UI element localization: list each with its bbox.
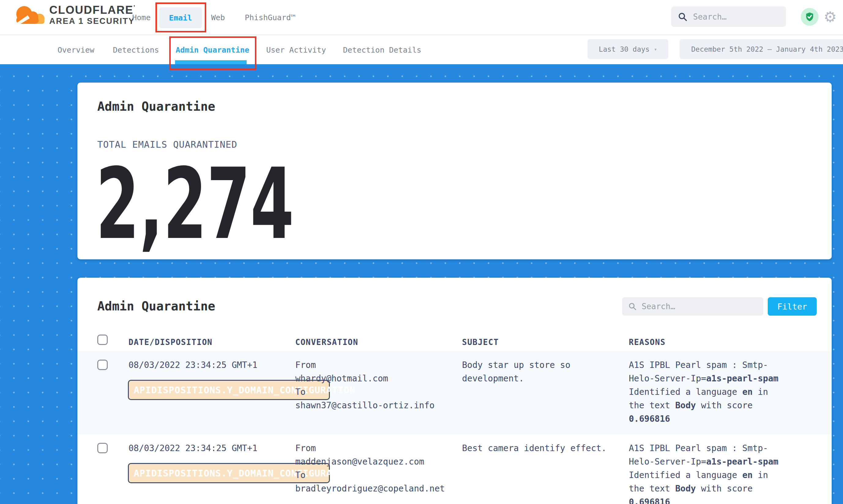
summary-card-title: Admin Quarantine bbox=[97, 100, 215, 113]
table-search[interactable] bbox=[622, 297, 763, 316]
row-subject: Best camera identify effect. bbox=[462, 442, 612, 455]
total-quarantined-value: 2,274 bbox=[96, 155, 294, 253]
from-address: maddenjason@velazquez.com bbox=[295, 455, 467, 469]
from-label: From bbox=[295, 358, 467, 372]
table-search-input[interactable] bbox=[642, 302, 746, 311]
cloudflare-cloud-icon bbox=[11, 3, 47, 27]
date-range-label: Last 30 days bbox=[599, 45, 650, 53]
date-range-value[interactable]: December 5th 2022 — January 4th 2023 bbox=[680, 39, 843, 59]
tab-detection-details[interactable]: Detection Details bbox=[343, 46, 421, 54]
tab-admin-quarantine[interactable]: Admin Quarantine bbox=[176, 46, 249, 54]
nav-web[interactable]: Web bbox=[211, 13, 225, 22]
to-label: To bbox=[295, 385, 467, 399]
tab-overview[interactable]: Overview bbox=[57, 46, 94, 54]
row-conversation: From whardy@hotmail.com To shawn37@casti… bbox=[295, 358, 467, 412]
to-address: bradleyrodriguez@copeland.net bbox=[295, 482, 467, 496]
select-all-checkbox[interactable] bbox=[97, 335, 108, 345]
column-header-reasons: REASONS bbox=[629, 338, 666, 347]
active-tab-underline bbox=[175, 60, 247, 64]
nav-home[interactable]: Home bbox=[132, 13, 151, 22]
row-conversation: From maddenjason@velazquez.com To bradle… bbox=[295, 442, 467, 496]
column-header-date-disposition: DATE/DISPOSITION bbox=[128, 338, 212, 347]
global-search-input[interactable] bbox=[693, 12, 773, 21]
row-date: 08/03/2022 23:34:25 GMT+1 bbox=[128, 442, 257, 455]
chevron-down-icon: ▾ bbox=[654, 46, 657, 52]
tab-user-activity[interactable]: User Activity bbox=[266, 46, 326, 54]
column-header-subject: SUBJECT bbox=[462, 338, 499, 347]
table-card-title: Admin Quarantine bbox=[97, 299, 215, 313]
filter-button[interactable]: Filter bbox=[768, 297, 817, 316]
global-search[interactable] bbox=[671, 6, 786, 27]
date-range-text: December 5th 2022 — January 4th 2023 bbox=[691, 45, 843, 53]
logo-text: CLOUDFLARE’ AREA 1 SECURITY bbox=[49, 4, 136, 26]
row-date: 08/03/2022 23:34:25 GMT+1 bbox=[128, 358, 257, 372]
brand-name: CLOUDFLARE bbox=[49, 4, 134, 16]
shield-check-icon bbox=[805, 12, 815, 22]
column-header-conversation: CONVERSATION bbox=[295, 338, 358, 347]
to-address: shawn37@castillo-ortiz.info bbox=[295, 399, 467, 412]
nav-phishguard[interactable]: PhishGuard™ bbox=[245, 13, 296, 22]
table-row: 08/03/2022 23:34:25 GMT+1 APIDISPOSITION… bbox=[77, 434, 832, 504]
gear-icon[interactable]: ⚙ bbox=[823, 9, 838, 24]
page-background: Admin Quarantine TOTAL EMAILS QUARANTINE… bbox=[0, 64, 843, 504]
cloudflare-logo[interactable]: CLOUDFLARE’ AREA 1 SECURITY bbox=[11, 3, 136, 27]
table-row: 08/03/2022 23:34:25 GMT+1 APIDISPOSITION… bbox=[77, 351, 832, 434]
row-checkbox[interactable] bbox=[97, 360, 108, 370]
search-icon bbox=[678, 12, 688, 22]
row-reasons: A1S IPBL Pearl spam : Smtp-Helo-Server-I… bbox=[629, 442, 786, 504]
from-label: From bbox=[295, 442, 467, 455]
summary-card: Admin Quarantine TOTAL EMAILS QUARANTINE… bbox=[77, 83, 832, 259]
top-nav: CLOUDFLARE’ AREA 1 SECURITY Home Email W… bbox=[0, 0, 843, 35]
tab-bar: Overview Detections Admin Quarantine Use… bbox=[0, 36, 843, 64]
row-checkbox[interactable] bbox=[97, 443, 108, 453]
security-status-button[interactable] bbox=[801, 8, 819, 26]
to-label: To bbox=[295, 469, 467, 482]
brand-subtitle: AREA 1 SECURITY bbox=[49, 17, 136, 26]
nav-email[interactable]: Email bbox=[159, 7, 202, 28]
tab-detections[interactable]: Detections bbox=[113, 46, 159, 54]
date-range-dropdown[interactable]: Last 30 days ▾ bbox=[587, 39, 668, 59]
search-icon bbox=[628, 302, 637, 311]
row-subject: Body star up store so development. bbox=[462, 358, 612, 385]
from-address: whardy@hotmail.com bbox=[295, 372, 467, 385]
quarantine-table-card: Admin Quarantine Filter DATE/DISPOSITION… bbox=[77, 278, 832, 504]
brand-trademark-tick: ’ bbox=[134, 4, 136, 11]
row-reasons: A1S IPBL Pearl spam : Smtp-Helo-Server-I… bbox=[629, 358, 786, 426]
